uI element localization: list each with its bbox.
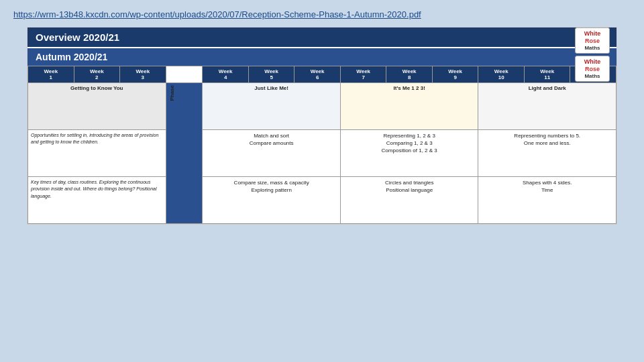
logos-area: White Rose Maths White Rose Maths (575, 27, 610, 82)
week-10-header: Week10 (478, 66, 525, 83)
logo-badge-2: White Rose Maths (575, 56, 610, 82)
logo-badge-1: White Rose Maths (575, 27, 610, 54)
phase-label-cell: Phase (166, 83, 203, 224)
week-header-row: Week1 Week2 Week3 Week4 Week5 Week6 Week… (28, 66, 616, 83)
topic-itsme-cell: It's Me 1 2 3! (340, 83, 478, 130)
measure-justlikeme-cell: Compare size, mass & capacity Exploring … (203, 177, 341, 224)
measure-getting-cell: Key times of day, class routines. Explor… (28, 177, 166, 224)
week-8-header: Week8 (386, 66, 433, 83)
week-7-header: Week7 (340, 66, 386, 83)
week-2-header: Week2 (74, 66, 120, 83)
week-11-header: Week11 (524, 66, 570, 83)
phase-header-spacer (166, 66, 203, 83)
url-link[interactable]: https://wrm-13b48.kxcdn.com/wp-content/u… (13, 9, 421, 19)
week-9-header: Week9 (432, 66, 478, 83)
measure-lightdark-cell: Shapes with 4 sides. Time (478, 177, 616, 224)
measure-row: Key times of day, class routines. Explor… (28, 177, 616, 224)
measure-itsme-cell: Circles and triangles Positional languag… (340, 177, 478, 224)
topic-justlike-cell: Just Like Me! (203, 83, 341, 130)
number-row: Opportunities for settling in, introduci… (28, 130, 616, 177)
scheme-table: Week1 Week2 Week3 Week4 Week5 Week6 Week… (28, 66, 616, 224)
topic-getting-cell: Getting to Know You (28, 83, 166, 130)
week-3-header: Week3 (120, 66, 166, 83)
week-5-header: Week5 (248, 66, 294, 83)
document-container: White Rose Maths White Rose Maths Overvi… (27, 27, 617, 225)
number-lightdark-cell: Representing numbers to 5. One more and … (478, 130, 616, 177)
number-justlikeme-cell: Match and sort Compare amounts (203, 130, 341, 177)
topics-row: Getting to Know You Phase Just Like Me! … (28, 83, 616, 130)
page-container: https://wrm-13b48.kxcdn.com/wp-content/u… (0, 0, 644, 362)
banner-overview: Overview 2020/21 (28, 27, 616, 47)
week-4-header: Week4 (203, 66, 249, 83)
topic-lightdark-cell: Light and Dark (478, 83, 616, 130)
url-bar[interactable]: https://wrm-13b48.kxcdn.com/wp-content/u… (13, 8, 631, 20)
number-itsme-cell: Representing 1, 2 & 3 Comparing 1, 2 & 3… (340, 130, 478, 177)
week-6-header: Week6 (294, 66, 341, 83)
number-getting-cell: Opportunities for settling in, introduci… (28, 130, 166, 177)
banner-autumn: Autumn 2020/21 (28, 48, 616, 66)
week-1-header: Week1 (28, 66, 74, 83)
